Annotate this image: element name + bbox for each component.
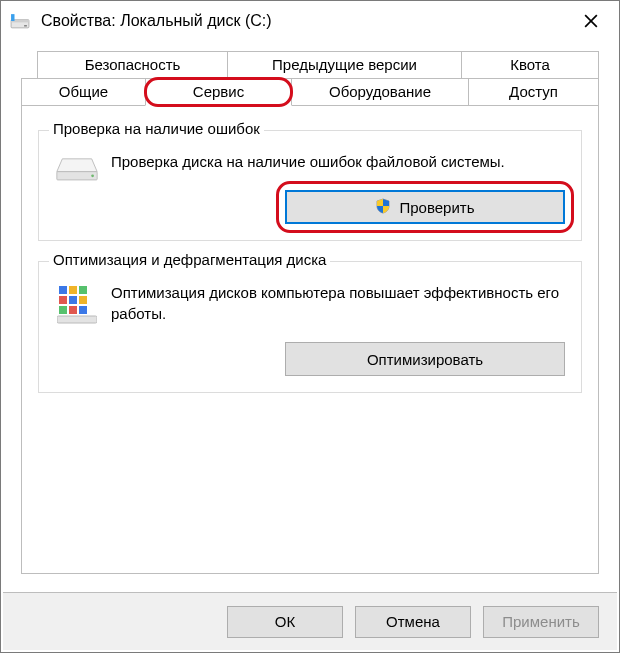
tab-hardware[interactable]: Оборудование [292, 78, 468, 106]
optimize-button[interactable]: Оптимизировать [285, 342, 565, 376]
svg-rect-2 [11, 14, 14, 21]
svg-rect-11 [79, 286, 87, 294]
close-button[interactable] [569, 6, 613, 36]
tab-sharing[interactable]: Доступ [468, 78, 599, 106]
tab-general[interactable]: Общие [21, 78, 145, 106]
svg-point-8 [91, 174, 94, 177]
tab-previous-versions[interactable]: Предыдущие версии [227, 51, 461, 78]
tab-quota[interactable]: Квота [461, 51, 599, 78]
group-error-checking: Проверка на наличие ошибок Проверка диск… [38, 130, 582, 241]
tab-strip: Безопасность Предыдущие версии Квота Общ… [21, 51, 599, 106]
error-checking-desc: Проверка диска на наличие ошибок файлово… [111, 151, 565, 172]
svg-rect-15 [59, 306, 67, 314]
svg-rect-9 [59, 286, 67, 294]
group-optimize-legend: Оптимизация и дефрагментация диска [49, 251, 330, 268]
defrag-icon [55, 284, 99, 324]
svg-rect-18 [57, 316, 97, 323]
svg-rect-10 [69, 286, 77, 294]
dialog-button-bar: ОК Отмена Применить [3, 592, 617, 650]
drive-icon [9, 10, 31, 32]
cancel-button[interactable]: Отмена [355, 606, 471, 638]
optimize-desc: Оптимизация дисков компьютера повышает э… [111, 282, 565, 324]
check-button-label: Проверить [399, 199, 474, 216]
ok-button[interactable]: ОК [227, 606, 343, 638]
tab-tools[interactable]: Сервис [145, 78, 292, 106]
tab-security[interactable]: Безопасность [37, 51, 227, 78]
check-button[interactable]: Проверить [285, 190, 565, 224]
svg-rect-14 [79, 296, 87, 304]
svg-rect-13 [69, 296, 77, 304]
group-optimize: Оптимизация и дефрагментация диска [38, 261, 582, 393]
title-bar: Свойства: Локальный диск (C:) [1, 1, 619, 41]
group-error-checking-legend: Проверка на наличие ошибок [49, 120, 264, 137]
svg-rect-12 [59, 296, 67, 304]
svg-rect-7 [57, 172, 97, 180]
uac-shield-icon [375, 198, 391, 217]
svg-rect-16 [69, 306, 77, 314]
window-title: Свойства: Локальный диск (C:) [41, 12, 569, 30]
optimize-button-label: Оптимизировать [367, 351, 483, 368]
svg-rect-3 [24, 25, 27, 26]
apply-button[interactable]: Применить [483, 606, 599, 638]
tab-panel-tools: Проверка на наличие ошибок Проверка диск… [21, 106, 599, 574]
properties-window: Свойства: Локальный диск (C:) Безопаснос… [0, 0, 620, 653]
svg-marker-6 [57, 159, 97, 172]
hard-drive-icon [55, 153, 99, 183]
svg-rect-17 [79, 306, 87, 314]
